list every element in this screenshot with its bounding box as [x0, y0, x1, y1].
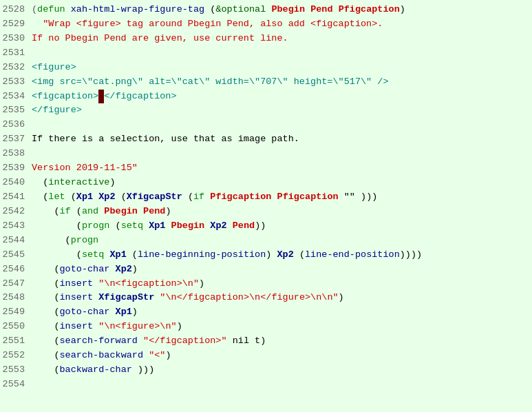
line-content: (progn [32, 234, 98, 248]
token: ( [32, 278, 60, 289]
token: ( [32, 364, 60, 375]
token [65, 4, 71, 14]
token: Version 2019-11-15" [32, 163, 138, 173]
token: image path. [233, 134, 299, 144]
line-content: <img src=\"cat.png\" alt=\"cat\" width=\… [32, 75, 388, 90]
token: ) [266, 249, 277, 260]
line-number: 2545 [0, 248, 32, 262]
line-number: 2548 [0, 291, 32, 305]
line-number: 2528 [0, 3, 32, 17]
token: ( [32, 4, 37, 14]
token: progn [71, 235, 99, 245]
line-content: (interactive) [32, 176, 116, 190]
token: ) [339, 292, 344, 302]
token: ( [32, 336, 60, 346]
line-number: 2549 [0, 305, 32, 320]
token: <figcaption> [32, 91, 98, 101]
token [271, 192, 277, 202]
token: goto-char [60, 264, 110, 274]
token: )) [255, 220, 266, 231]
token: ( [109, 220, 120, 231]
line-number: 2531 [0, 46, 32, 61]
line-number: 2538 [0, 147, 32, 161]
token: ( [32, 192, 48, 202]
line-number: 2542 [0, 205, 32, 219]
code-line: 2551 (search-forward "</figcaption>" nil… [0, 334, 532, 349]
code-line: 2550 (insert "\n<figure>\n") [0, 320, 532, 334]
code-line: 2539Version 2019-11-15" [0, 161, 532, 176]
token: ( [32, 307, 60, 317]
code-line: 2535</figure> [0, 103, 532, 118]
code-line: 2548 (insert XfigcapStr "\n</figcaption>… [0, 291, 532, 305]
line-number: 2533 [0, 75, 32, 90]
line-content: <figure> [32, 61, 76, 75]
token: ( [32, 235, 71, 245]
token: setq [121, 220, 143, 231]
code-line: 2533<img src=\"cat.png\" alt=\"cat\" wid… [0, 75, 532, 90]
code-line: 2528(defun xah-html-wrap-figure-tag (&op… [0, 3, 532, 17]
code-line: 2540 (interactive) [0, 176, 532, 190]
token: ) [132, 307, 138, 317]
token: ) [132, 264, 138, 274]
token: )))) [400, 249, 422, 260]
line-number: 2536 [0, 118, 32, 132]
line-number: 2553 [0, 363, 32, 378]
token: ( [32, 321, 60, 331]
line-number: 2530 [0, 32, 32, 46]
token: Xp2 [116, 264, 132, 274]
line-content: (progn (setq Xp1 Pbegin Xp2 Pend)) [32, 219, 266, 234]
line-number: 2534 [0, 90, 32, 104]
code-line: 2544 (progn [0, 234, 532, 248]
token: search-forward [60, 336, 138, 346]
token [138, 206, 143, 216]
token: Pbegin [171, 220, 205, 231]
token: insert [60, 292, 94, 302]
token: ( [32, 220, 82, 231]
code-line: 2536 [0, 118, 532, 132]
token: ) [109, 177, 115, 187]
token: Xp2 [210, 220, 226, 231]
line-content: </figure> [32, 103, 82, 118]
token: XfigcapStr [127, 192, 182, 202]
token: "" ))) [339, 192, 378, 202]
token: "\n</figcaption>\n</figure>\n\n" [160, 292, 338, 302]
code-line: 2531 [0, 46, 532, 61]
line-content: If no Pbegin Pend are given, use current… [32, 32, 288, 46]
token: &optional [215, 4, 266, 14]
token: as [221, 134, 232, 144]
token: ( [32, 292, 60, 302]
line-number: 2541 [0, 190, 32, 205]
line-number: 2544 [0, 234, 32, 248]
line-number: 2551 [0, 334, 32, 349]
code-line: 2552 (search-backward "<") [0, 349, 532, 363]
line-number: 2547 [0, 277, 32, 291]
token [138, 336, 143, 346]
line-number: 2543 [0, 219, 32, 234]
line-content: (backward-char ))) [32, 363, 154, 378]
token: ( [65, 192, 76, 202]
token: Pend [310, 4, 332, 14]
code-line: 2541 (let (Xp1 Xp2 (XfigcapStr (if Pfigc… [0, 190, 532, 205]
token: Xp1 [116, 307, 132, 317]
line-number: 2546 [0, 262, 32, 277]
code-line: 2542 (if (and Pbegin Pend) [0, 205, 532, 219]
token: nil t) [227, 336, 266, 346]
token: Pfigcaption [277, 192, 339, 202]
token: XfigcapStr [98, 292, 154, 302]
line-content: (search-forward "</figcaption>" nil t) [32, 334, 266, 349]
token: Xp2 [98, 192, 115, 202]
token: let [48, 192, 65, 202]
token: backward-char [60, 364, 132, 375]
line-number: 2550 [0, 320, 32, 334]
line-content: If there is a selection, use that as ima… [32, 132, 299, 147]
line-content: (if (and Pbegin Pend) [32, 205, 171, 219]
token: goto-char [60, 307, 110, 317]
line-number: 2532 [0, 61, 32, 75]
token: "<" [149, 350, 165, 360]
token: ( [127, 249, 138, 260]
token: line-beginning-position [138, 249, 266, 260]
token: ( [32, 249, 82, 260]
token: ( [32, 264, 60, 274]
token: search-backward [60, 350, 144, 360]
token: ) [165, 350, 171, 360]
